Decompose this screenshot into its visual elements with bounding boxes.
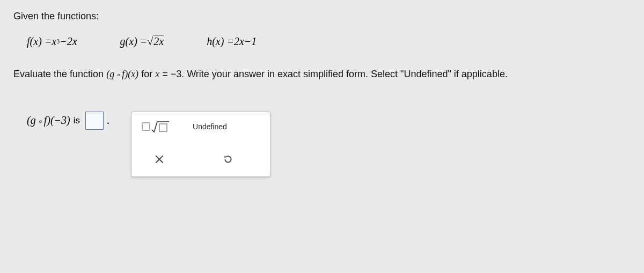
editor-toolbox: Undefined — [131, 112, 270, 177]
clear-button[interactable] — [147, 150, 172, 169]
undefined-button[interactable]: Undefined — [192, 121, 228, 132]
function-h: h(x) = 2x − 1 — [207, 35, 257, 48]
svg-rect-1 — [159, 124, 167, 131]
toolbox-row-1: Undefined — [141, 120, 260, 134]
reset-button[interactable] — [215, 150, 241, 169]
function-f: f(x) = x3 − 2x — [27, 35, 77, 48]
answer-input[interactable] — [85, 112, 104, 130]
function-definitions: f(x) = x3 − 2x g(x) = 2x h(x) = 2x − 1 — [27, 35, 633, 48]
prompt-intro: Given the functions: — [13, 11, 633, 22]
svg-rect-0 — [142, 123, 150, 130]
toolbox-row-2 — [141, 150, 260, 169]
answer-area: (g∘f)(−3) is . Undefined — [27, 112, 633, 177]
sqrt-button[interactable] — [141, 120, 170, 134]
instruction-text: Evaluate the function (g∘f)(x) for x = −… — [13, 67, 633, 82]
answer-expression: (g∘f)(−3) is . — [27, 112, 109, 130]
function-g: g(x) = 2x — [120, 35, 164, 48]
